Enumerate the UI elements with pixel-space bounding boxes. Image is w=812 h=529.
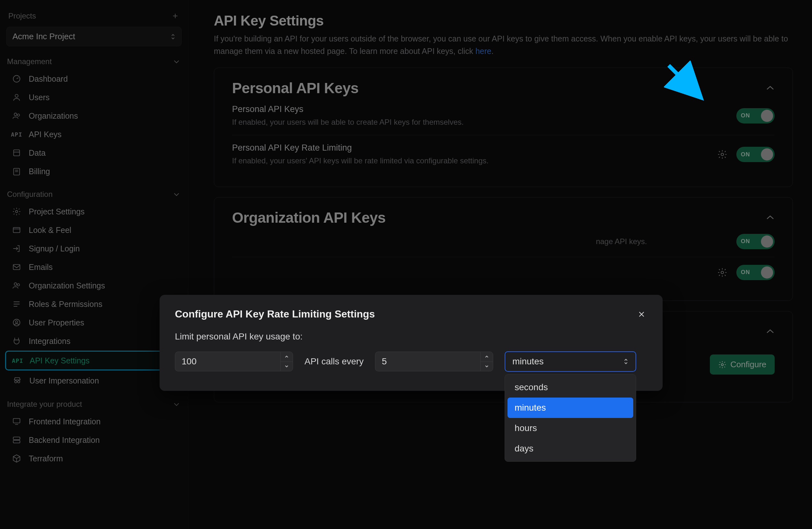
- sidebar-item-label: Look & Feel: [29, 225, 71, 235]
- user-icon: [12, 92, 22, 102]
- incognito-icon: [12, 376, 22, 386]
- svg-point-14: [17, 381, 20, 383]
- chevron-up-icon[interactable]: [766, 328, 775, 335]
- setting-row-org: nage API keys. ON: [232, 226, 775, 257]
- toggle-knob: [761, 148, 773, 161]
- sidebar-item-backend-integration[interactable]: Backend Integration: [5, 431, 183, 449]
- svg-rect-17: [13, 440, 20, 443]
- sidebar-item-label: User Impersonation: [29, 376, 99, 385]
- toggle-org-rate[interactable]: ON: [736, 265, 775, 280]
- svg-point-3: [17, 114, 19, 116]
- group-configuration-label: Configuration: [7, 190, 53, 199]
- setting-title: Personal API Keys: [232, 104, 464, 114]
- api-icon: API: [12, 355, 23, 366]
- toggle-label: ON: [741, 238, 750, 245]
- setting-row-rate-limiting: Personal API Key Rate Limiting If enable…: [232, 135, 775, 174]
- svg-point-6: [16, 210, 18, 213]
- setting-row-org-2: ON: [232, 257, 775, 288]
- sidebar-item-label: Integrations: [29, 337, 71, 346]
- sidebar-item-label: Users: [29, 93, 49, 102]
- billing-icon: [12, 166, 22, 176]
- sidebar-item-user-impersonation[interactable]: User Impersonation: [5, 371, 183, 390]
- toggle-org-keys[interactable]: ON: [736, 234, 775, 249]
- sidebar-item-label: Project Settings: [29, 207, 85, 216]
- modal-title: Configure API Key Rate Limiting Settings: [175, 308, 375, 320]
- sidebar-item-label: Roles & Permissions: [29, 299, 102, 309]
- svg-point-2: [14, 113, 17, 116]
- login-icon: [12, 244, 22, 254]
- sidebar-item-dashboard[interactable]: Dashboard: [5, 70, 183, 88]
- mail-icon: [12, 262, 22, 272]
- count-stepper[interactable]: [280, 352, 293, 371]
- sidebar-item-label: Emails: [29, 263, 53, 272]
- chevron-up-icon[interactable]: [766, 215, 775, 221]
- toggle-knob: [761, 110, 773, 122]
- setting-desc: If enabled, your users will be able to c…: [232, 117, 464, 128]
- step-up-icon[interactable]: [481, 352, 493, 362]
- count-input[interactable]: [175, 352, 280, 371]
- group-management-label: Management: [7, 57, 52, 66]
- chevron-up-icon[interactable]: [766, 85, 775, 91]
- window-icon: [12, 225, 22, 235]
- chevron-updown-icon: [171, 33, 176, 40]
- chevron-down-icon[interactable]: [173, 402, 180, 407]
- sidebar-item-frontend-integration[interactable]: Frontend Integration: [5, 413, 183, 430]
- sidebar-item-api-key-settings[interactable]: API API Key Settings: [5, 351, 183, 370]
- svg-rect-16: [13, 437, 20, 440]
- sidebar-item-user-properties[interactable]: User Properties: [5, 314, 183, 332]
- users-icon: [12, 280, 22, 291]
- svg-point-9: [14, 283, 17, 285]
- sidebar-item-integrations[interactable]: Integrations: [5, 332, 183, 350]
- interval-input[interactable]: [375, 352, 480, 371]
- close-icon[interactable]: [636, 309, 647, 320]
- main-content: API Key Settings If you're building an A…: [188, 0, 812, 529]
- dropdown-option-seconds[interactable]: seconds: [508, 377, 633, 398]
- sidebar-item-project-settings[interactable]: Project Settings: [5, 203, 183, 220]
- configure-button[interactable]: Configure: [710, 354, 775, 374]
- gear-icon[interactable]: [716, 149, 728, 160]
- sidebar-item-label: Dashboard: [29, 74, 68, 84]
- chevron-down-icon[interactable]: [173, 192, 180, 196]
- unit-select[interactable]: minutes: [505, 351, 636, 372]
- sidebar-item-organizations[interactable]: Organizations: [5, 107, 183, 125]
- toggle-personal-keys[interactable]: ON: [736, 108, 775, 123]
- sidebar-item-roles[interactable]: Roles & Permissions: [5, 295, 183, 313]
- sidebar-item-label: User Properties: [29, 318, 84, 327]
- chevron-updown-icon: [623, 358, 628, 365]
- add-project-button[interactable]: [171, 12, 180, 20]
- learn-more-link[interactable]: here: [475, 47, 491, 56]
- data-icon: [12, 148, 22, 158]
- sidebar-item-data[interactable]: Data: [5, 144, 183, 162]
- plug-icon: [12, 336, 22, 346]
- chevron-down-icon[interactable]: [173, 59, 180, 64]
- interval-stepper[interactable]: [480, 352, 493, 371]
- monitor-icon: [12, 416, 22, 427]
- gear-icon[interactable]: [716, 267, 728, 278]
- svg-point-20: [721, 364, 724, 366]
- svg-point-13: [15, 381, 17, 383]
- sidebar-item-api-keys[interactable]: API API Keys: [5, 126, 183, 143]
- unit-selected: minutes: [512, 356, 543, 367]
- step-down-icon[interactable]: [481, 362, 493, 371]
- sidebar-item-look-feel[interactable]: Look & Feel: [5, 221, 183, 239]
- toggle-knob: [761, 266, 773, 279]
- toggle-label: ON: [741, 269, 750, 276]
- org-api-keys-card: Organization API Keys nage API keys. ON: [214, 197, 793, 301]
- project-selector[interactable]: Acme Inc Project: [6, 27, 182, 46]
- toggle-rate-limiting[interactable]: ON: [736, 147, 775, 162]
- interval-input-wrap: [375, 352, 493, 371]
- sidebar-item-organization-settings[interactable]: Organization Settings: [5, 277, 183, 294]
- modal-subtitle: Limit personal API key usage to:: [175, 332, 647, 342]
- sidebar-item-users[interactable]: Users: [5, 88, 183, 106]
- sidebar-item-emails[interactable]: Emails: [5, 258, 183, 276]
- step-down-icon[interactable]: [280, 362, 293, 371]
- svg-point-1: [15, 94, 18, 97]
- dropdown-option-minutes[interactable]: minutes: [508, 398, 633, 418]
- dropdown-option-hours[interactable]: hours: [508, 418, 633, 438]
- card-title: Organization API Keys: [232, 209, 386, 226]
- sidebar-item-terraform[interactable]: Terraform: [5, 450, 183, 467]
- step-up-icon[interactable]: [280, 352, 293, 362]
- sidebar-item-signup-login[interactable]: Signup / Login: [5, 240, 183, 258]
- dropdown-option-days[interactable]: days: [508, 438, 633, 459]
- sidebar-item-billing[interactable]: Billing: [5, 162, 183, 180]
